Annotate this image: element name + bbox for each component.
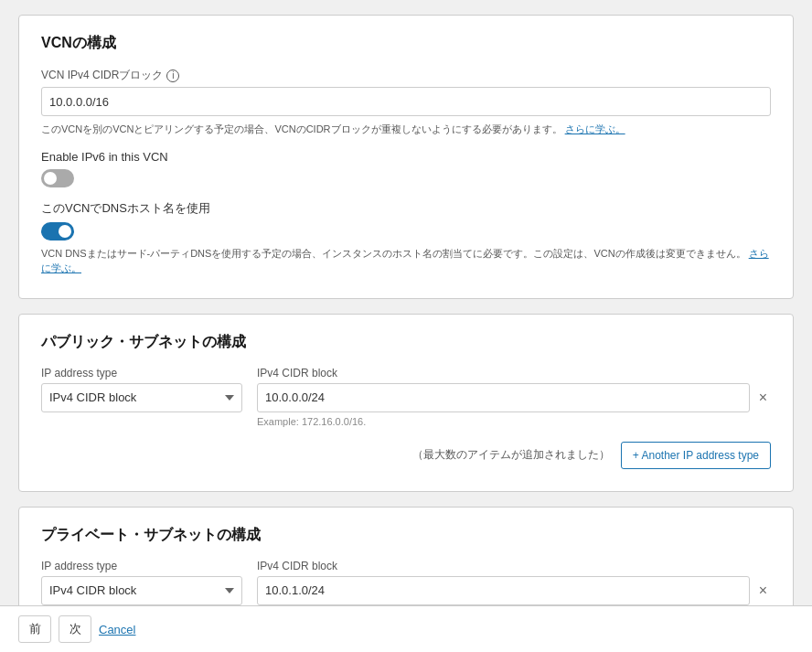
private-cidr-label: IPv4 CIDR block bbox=[257, 560, 771, 572]
prev-button[interactable]: 前 bbox=[18, 615, 51, 643]
dns-toggle-row: このVCNでDNSホスト名を使用 bbox=[41, 200, 771, 240]
private-ip-type-label: IP address type bbox=[41, 560, 242, 572]
private-cidr-input[interactable] bbox=[257, 576, 750, 605]
public-cidr-label: IPv4 CIDR block bbox=[257, 367, 771, 379]
dns-label: このVCNでDNSホスト名を使用 bbox=[41, 200, 771, 217]
private-ip-type-col: IP address type IPv4 CIDR block IPv6 CID… bbox=[41, 560, 242, 605]
vcn-cidr-learn-more[interactable]: さらに学ぶ。 bbox=[565, 123, 625, 134]
bottom-bar: 前 次 Cancel bbox=[0, 605, 812, 652]
private-subnet-title: プライベート・サブネットの構成 bbox=[41, 526, 771, 545]
vcn-section: VCNの構成 VCN IPv4 CIDRブロック i このVCNを別のVCNとピ… bbox=[18, 15, 794, 299]
private-cidr-input-wrap bbox=[257, 576, 750, 605]
public-cidr-input[interactable] bbox=[257, 383, 750, 412]
public-cidr-remove-btn[interactable]: × bbox=[755, 390, 771, 405]
next-button[interactable]: 次 bbox=[59, 615, 91, 643]
cancel-button[interactable]: Cancel bbox=[99, 623, 135, 636]
public-cidr-col: IPv4 CIDR block × Example: 172.16.0.0/16… bbox=[257, 367, 771, 427]
dns-hint: VCN DNSまたはサード-パーティDNSを使用する予定の場合、インスタンスのホ… bbox=[41, 246, 771, 276]
public-ip-type-label: IP address type bbox=[41, 367, 242, 379]
cidr-info-icon[interactable]: i bbox=[166, 69, 179, 82]
public-max-items-text: （最大数のアイテムが追加されました） bbox=[412, 447, 610, 463]
ipv6-toggle-slider bbox=[41, 169, 74, 187]
vcn-cidr-input[interactable] bbox=[41, 87, 771, 116]
public-subnet-section: パブリック・サブネットの構成 IP address type IPv4 CIDR… bbox=[18, 314, 794, 492]
public-cidr-row: × bbox=[257, 383, 771, 412]
ipv6-label: Enable IPv6 in this VCN bbox=[41, 150, 771, 164]
dns-toggle-slider bbox=[41, 222, 74, 240]
private-ip-type-select[interactable]: IPv4 CIDR block IPv6 CIDR block bbox=[41, 576, 242, 605]
private-cidr-row: × bbox=[257, 576, 771, 605]
vcn-cidr-label: VCN IPv4 CIDRブロック i bbox=[41, 68, 771, 83]
dns-toggle[interactable] bbox=[41, 222, 74, 240]
public-cidr-example: Example: 172.16.0.0/16. bbox=[257, 416, 771, 427]
ipv6-toggle[interactable] bbox=[41, 169, 74, 187]
private-cidr-remove-btn[interactable]: × bbox=[755, 583, 771, 598]
public-add-ip-type-btn[interactable]: + Another IP address type bbox=[621, 442, 771, 469]
vcn-section-title: VCNの構成 bbox=[41, 34, 771, 53]
public-subnet-row: IP address type IPv4 CIDR block IPv6 CID… bbox=[41, 367, 771, 427]
ipv6-toggle-row: Enable IPv6 in this VCN bbox=[41, 150, 771, 187]
public-subnet-title: パブリック・サブネットの構成 bbox=[41, 333, 771, 352]
public-cidr-input-wrap bbox=[257, 383, 750, 412]
public-ip-type-col: IP address type IPv4 CIDR block IPv6 CID… bbox=[41, 367, 242, 412]
public-add-row: （最大数のアイテムが追加されました） + Another IP address … bbox=[41, 442, 771, 469]
public-ip-type-select[interactable]: IPv4 CIDR block IPv6 CIDR block bbox=[41, 383, 242, 412]
vcn-cidr-hint: このVCNを別のVCNとピアリングする予定の場合、VCNのCIDRブロックが重複… bbox=[41, 122, 771, 137]
